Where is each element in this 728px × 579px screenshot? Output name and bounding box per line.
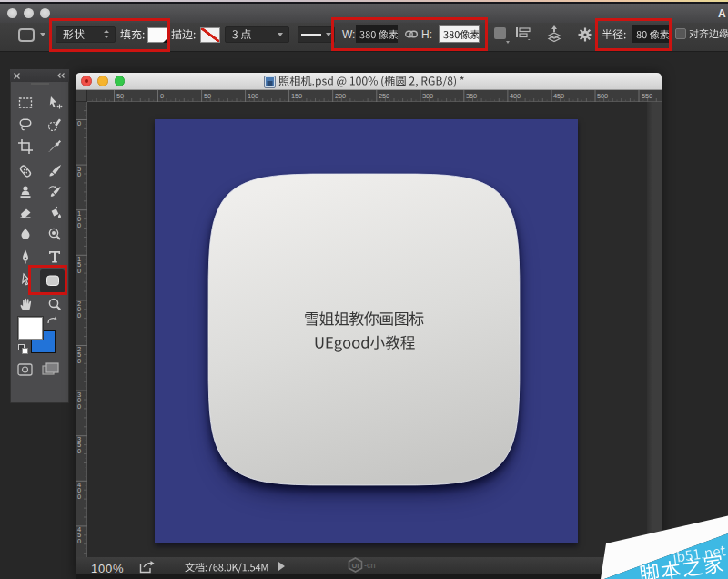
svg-text:Ui: Ui (352, 562, 359, 570)
svg-text:-cn: -cn (364, 561, 376, 570)
